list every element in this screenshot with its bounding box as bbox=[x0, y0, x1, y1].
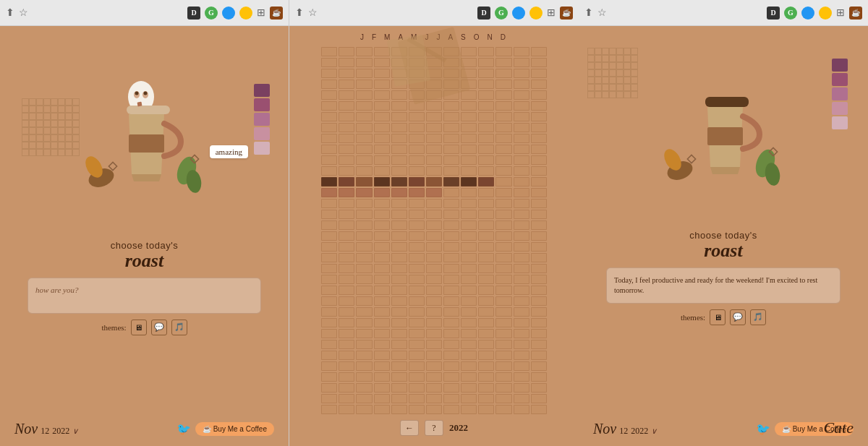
cal-cell bbox=[356, 155, 372, 165]
cal-cell bbox=[391, 123, 407, 132]
bookmark-icon-mid[interactable]: ☆ bbox=[308, 7, 318, 19]
buy-coffee-button[interactable]: Buy Me a Coffee bbox=[195, 422, 274, 436]
month-N: N bbox=[488, 33, 495, 41]
cal-cell bbox=[409, 220, 425, 230]
cal-cell bbox=[531, 340, 547, 349]
right-journal-input[interactable]: Today, I feel productive and ready for t… bbox=[606, 267, 841, 304]
cal-cell bbox=[478, 318, 494, 327]
cal-cell bbox=[495, 199, 511, 208]
cal-cell bbox=[356, 101, 372, 111]
cal-cell bbox=[461, 112, 477, 121]
cal-cell bbox=[495, 383, 511, 393]
cal-cell bbox=[356, 329, 372, 338]
cal-cell bbox=[531, 286, 547, 295]
cal-cell bbox=[461, 231, 477, 241]
right-twitter-icon[interactable]: 🐦 bbox=[756, 422, 770, 436]
coffee-icon: ☕ bbox=[270, 7, 283, 20]
cal-cell bbox=[321, 90, 337, 100]
cal-cell bbox=[409, 318, 425, 327]
cal-cell bbox=[374, 220, 390, 230]
cal-cell bbox=[478, 351, 494, 360]
cal-cell bbox=[443, 177, 459, 186]
twitter-icon[interactable]: 🐦 bbox=[176, 422, 191, 436]
cal-cell bbox=[426, 155, 442, 165]
right-coffee-cup bbox=[658, 55, 788, 200]
left-browser-panel: ⬆ ☆ D G ⊞ ☕ document.currentScript.inser… bbox=[0, 0, 289, 446]
grid-icon-mid[interactable]: ⊞ bbox=[547, 7, 556, 19]
right-monitor-theme-button[interactable]: 🖥 bbox=[710, 309, 726, 325]
grid-icon-right[interactable]: ⊞ bbox=[836, 7, 845, 19]
cal-cell bbox=[391, 264, 407, 273]
cal-cell bbox=[443, 166, 459, 176]
cal-cell bbox=[514, 340, 529, 349]
cal-cell bbox=[461, 296, 477, 306]
cal-cell bbox=[514, 361, 529, 371]
cal-cell bbox=[426, 340, 442, 349]
cal-cell bbox=[374, 318, 390, 327]
cal-cell bbox=[321, 134, 337, 143]
cal-cell bbox=[514, 112, 529, 121]
cal-cell bbox=[514, 264, 529, 273]
themes-label: themes: bbox=[101, 323, 126, 332]
cal-cell bbox=[374, 264, 390, 273]
right-date-dropdown[interactable]: ∨ bbox=[651, 426, 657, 436]
svg-rect-21 bbox=[687, 155, 695, 163]
bookmark-icon[interactable]: ☆ bbox=[19, 7, 28, 19]
cal-cell bbox=[409, 264, 425, 273]
cal-cell bbox=[514, 123, 529, 132]
mood-input[interactable]: how are you? bbox=[27, 278, 261, 314]
cal-cell bbox=[531, 361, 547, 371]
g-icon-right: G bbox=[784, 7, 797, 20]
cal-cell bbox=[461, 351, 477, 360]
calendar-prev-button[interactable]: ← bbox=[400, 420, 419, 436]
svg-rect-15 bbox=[705, 97, 749, 107]
cal-cell bbox=[356, 69, 372, 78]
share-icon[interactable]: ⬆ bbox=[6, 7, 14, 19]
cal-cell bbox=[391, 253, 407, 262]
bookmark-icon-right[interactable]: ☆ bbox=[597, 7, 607, 19]
cal-cell bbox=[426, 199, 442, 208]
share-icon-mid[interactable]: ⬆ bbox=[295, 7, 304, 19]
cal-cell bbox=[461, 177, 477, 186]
music-theme-button[interactable]: 🎵 bbox=[171, 320, 187, 335]
cal-cell bbox=[339, 134, 354, 143]
right-music-theme-button[interactable]: 🎵 bbox=[750, 309, 766, 325]
cal-cell bbox=[356, 351, 372, 360]
right-choose-today: choose today's bbox=[689, 230, 757, 241]
cal-cell bbox=[443, 231, 459, 241]
cal-cell bbox=[356, 394, 372, 403]
grid-icon[interactable]: ⊞ bbox=[257, 7, 265, 19]
title-area: choose today's roast bbox=[111, 240, 178, 272]
right-date-day: 12 bbox=[619, 426, 628, 437]
cal-cell bbox=[461, 101, 477, 111]
cal-cell bbox=[356, 210, 372, 219]
date-dropdown-arrow[interactable]: ∨ bbox=[72, 426, 78, 436]
cal-cell bbox=[514, 177, 529, 186]
cal-cell bbox=[461, 242, 477, 252]
share-icon-right[interactable]: ⬆ bbox=[584, 7, 593, 19]
cal-cell bbox=[478, 90, 494, 100]
cal-cell bbox=[426, 318, 442, 327]
calendar-help-button[interactable]: ? bbox=[425, 420, 443, 436]
date-display[interactable]: Nov 12 2022 ∨ bbox=[14, 421, 78, 437]
month-J1: J bbox=[360, 33, 366, 41]
cal-cell bbox=[478, 264, 494, 273]
cal-cell bbox=[531, 101, 547, 111]
right-chat-theme-button[interactable]: 💬 bbox=[730, 309, 746, 325]
cal-cell bbox=[374, 307, 390, 317]
chat-theme-button[interactable]: 💬 bbox=[151, 320, 167, 335]
cal-cell bbox=[461, 188, 477, 197]
cal-cell bbox=[321, 296, 337, 306]
monitor-theme-button[interactable]: 🖥 bbox=[131, 320, 147, 335]
yellow-circle-icon-right bbox=[819, 7, 832, 20]
cal-cell bbox=[495, 329, 511, 338]
cal-cell bbox=[495, 307, 511, 317]
cal-cell bbox=[443, 199, 459, 208]
cal-cell bbox=[391, 220, 407, 230]
cal-cell bbox=[391, 296, 407, 306]
cal-cell bbox=[478, 80, 494, 89]
right-date-display[interactable]: Nov 12 2022 ∨ bbox=[593, 421, 657, 437]
cal-cell bbox=[443, 275, 459, 284]
cal-cell bbox=[339, 112, 354, 121]
cal-cell bbox=[356, 166, 372, 176]
